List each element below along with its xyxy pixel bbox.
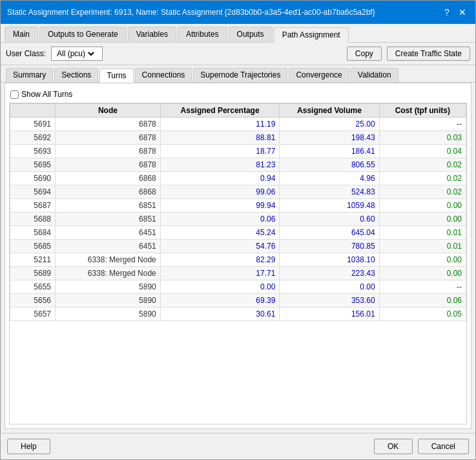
cell-assigned-percentage: 0.94 (160, 172, 280, 185)
tab-variables[interactable]: Variables (128, 26, 176, 42)
table-row[interactable]: 565558900.000.00-- (10, 280, 466, 294)
table-row[interactable]: 569068680.944.960.02 (10, 172, 466, 185)
table-row[interactable]: 5693687818.77186.410.04 (10, 145, 466, 158)
show-all-row: Show All Turns (9, 87, 467, 103)
subtab-validation[interactable]: Validation (351, 68, 398, 82)
show-all-turns-label[interactable]: Show All Turns (21, 90, 72, 99)
ok-button[interactable]: OK (374, 439, 413, 454)
cell-assigned-volume: 353.60 (280, 294, 379, 308)
col-header-id (10, 104, 56, 118)
copy-button[interactable]: Copy (347, 47, 382, 61)
cell-id: 5656 (10, 294, 56, 308)
cell-assigned-percentage: 0.06 (160, 213, 280, 226)
cell-assigned-volume: 1059.48 (280, 199, 379, 213)
cell-node: 6851 (56, 199, 161, 213)
table-row[interactable]: 5657589030.61156.010.05 (10, 308, 466, 321)
help-footer-button[interactable]: Help (7, 439, 50, 454)
cell-id: 5694 (10, 185, 56, 199)
subtab-convergence[interactable]: Convergence (289, 68, 349, 82)
cell-cost: 0.03 (379, 131, 466, 145)
user-class-label: User Class: (6, 49, 46, 58)
cell-assigned-percentage: 99.06 (160, 185, 280, 199)
cell-assigned-percentage: 17.71 (160, 267, 280, 280)
cell-node: 5890 (56, 280, 161, 294)
cell-cost: 0.02 (379, 185, 466, 199)
main-window: Static Assignment Experiment: 6913, Name… (0, 0, 476, 460)
table-row[interactable]: 5687685199.941059.480.00 (10, 199, 466, 213)
cell-node: 6851 (56, 213, 161, 226)
tab-main[interactable]: Main (5, 26, 38, 42)
cell-cost: 0.02 (379, 172, 466, 185)
user-class-select-input[interactable]: All (pcu) Car Truck (54, 48, 96, 59)
cell-id: 5693 (10, 145, 56, 158)
cell-assigned-volume: 1038.10 (280, 253, 379, 267)
cell-assigned-percentage: 54.76 (160, 240, 280, 253)
help-button[interactable]: ? (440, 6, 453, 19)
subtab-turns[interactable]: Turns (99, 68, 133, 83)
tab-outputs[interactable]: Outputs (229, 26, 273, 42)
table-row[interactable]: 568868510.060.600.00 (10, 213, 466, 226)
cell-cost: 0.00 (379, 267, 466, 280)
table-row[interactable]: 5685645154.76780.850.01 (10, 240, 466, 253)
data-table-container[interactable]: Node Assigned Percentage Assigned Volume… (9, 103, 467, 424)
title-bar-controls: ? ✕ (440, 6, 469, 19)
cell-id: 5688 (10, 213, 56, 226)
table-row[interactable]: 5695687881.23806.550.02 (10, 158, 466, 172)
content-area: Show All Turns Node Assigned Percentage … (5, 83, 471, 429)
cancel-button[interactable]: Cancel (418, 439, 469, 454)
show-all-turns-checkbox[interactable] (10, 90, 19, 99)
cell-node: 6338: Merged Node (56, 253, 161, 267)
table-row[interactable]: 56896338: Merged Node17.71223.430.00 (10, 267, 466, 280)
cell-cost: 0.01 (379, 226, 466, 240)
table-body: 5691687811.1925.00--5692687888.81198.430… (10, 118, 466, 321)
cell-node: 6451 (56, 240, 161, 253)
cell-assigned-percentage: 18.77 (160, 145, 280, 158)
user-class-dropdown[interactable]: All (pcu) Car Truck (51, 47, 103, 61)
toolbar: User Class: All (pcu) Car Truck Copy Cre… (1, 43, 475, 65)
cell-assigned-volume: 780.85 (280, 240, 379, 253)
cell-node: 6868 (56, 172, 161, 185)
cell-assigned-volume: 186.41 (280, 145, 379, 158)
table-row[interactable]: 5656589069.39353.600.06 (10, 294, 466, 308)
title-bar: Static Assignment Experiment: 6913, Name… (1, 1, 475, 24)
cell-id: 5695 (10, 158, 56, 172)
cell-node: 5890 (56, 308, 161, 321)
cell-id: 5211 (10, 253, 56, 267)
tab-attributes[interactable]: Attributes (178, 26, 227, 42)
close-button[interactable]: ✕ (456, 6, 469, 19)
cell-assigned-percentage: 99.94 (160, 199, 280, 213)
cell-cost: 0.00 (379, 199, 466, 213)
cell-assigned-volume: 25.00 (280, 118, 379, 131)
table-row[interactable]: 5694686899.06524.830.02 (10, 185, 466, 199)
subtab-sections[interactable]: Sections (54, 68, 98, 82)
cell-assigned-percentage: 30.61 (160, 308, 280, 321)
tab-outputs-to-generate[interactable]: Outputs to Generate (39, 26, 127, 42)
table-row[interactable]: 5692687888.81198.430.03 (10, 131, 466, 145)
table-row[interactable]: 5691687811.1925.00-- (10, 118, 466, 131)
sub-tabs: Summary Sections Turns Connections Super… (1, 65, 475, 83)
cell-cost: -- (379, 118, 466, 131)
cell-assigned-percentage: 45.24 (160, 226, 280, 240)
table-row[interactable]: 52116338: Merged Node82.291038.100.00 (10, 253, 466, 267)
footer-right: OK Cancel (374, 439, 469, 454)
tab-path-assignment[interactable]: Path Assignment (274, 27, 349, 43)
create-traffic-state-button[interactable]: Create Traffic State (387, 47, 470, 61)
cell-assigned-volume: 223.43 (280, 267, 379, 280)
cell-cost: 0.06 (379, 294, 466, 308)
subtab-summary[interactable]: Summary (6, 68, 53, 82)
cell-node: 6451 (56, 226, 161, 240)
cell-id: 5692 (10, 131, 56, 145)
table-row[interactable]: 5684645145.24645.040.01 (10, 226, 466, 240)
cell-assigned-percentage: 0.00 (160, 280, 280, 294)
cell-id: 5684 (10, 226, 56, 240)
cell-node: 6338: Merged Node (56, 267, 161, 280)
cell-cost: 0.00 (379, 253, 466, 267)
cell-cost: 0.01 (379, 240, 466, 253)
cell-assigned-volume: 524.83 (280, 185, 379, 199)
subtab-supernode-trajectories[interactable]: Supernode Trajectories (193, 68, 287, 82)
cell-node: 6868 (56, 185, 161, 199)
subtab-connections[interactable]: Connections (135, 68, 192, 82)
cell-assigned-percentage: 69.39 (160, 294, 280, 308)
cell-assigned-volume: 806.55 (280, 158, 379, 172)
cell-assigned-volume: 4.96 (280, 172, 379, 185)
